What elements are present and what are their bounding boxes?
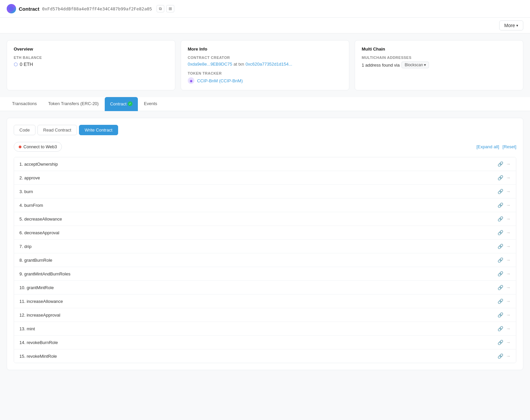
function-row[interactable]: 6. decreaseApproval 🔗 → — [14, 226, 516, 240]
arrow-right-icon[interactable]: → — [506, 202, 511, 208]
address-count-text: 1 address found via — [362, 63, 400, 68]
anchor-icon[interactable]: 🔗 — [498, 202, 503, 208]
tab-events-label: Events — [144, 101, 157, 106]
token-name-link[interactable]: CCIP-BnM (CCIP-BnM) — [197, 78, 243, 83]
content-area: Code Read Contract Write Contract Connec… — [0, 111, 530, 377]
anchor-icon[interactable]: 🔗 — [498, 216, 503, 222]
arrow-right-icon[interactable]: → — [506, 216, 511, 222]
arrow-right-icon[interactable]: → — [506, 257, 511, 263]
arrow-right-icon[interactable]: → — [506, 244, 511, 249]
function-name: 15. revokeMintRole — [19, 354, 57, 359]
function-row[interactable]: 2. approve 🔗 → — [14, 171, 516, 185]
anchor-icon[interactable]: 🔗 — [498, 326, 503, 331]
function-name: 14. revokeBurnRole — [19, 340, 58, 345]
function-row[interactable]: 12. increaseApproval 🔗 → — [14, 308, 516, 322]
tab-contract[interactable]: Contract ✓ — [105, 97, 138, 111]
anchor-icon[interactable]: 🔗 — [498, 353, 503, 359]
function-row[interactable]: 9. grantMintAndBurnRoles 🔗 → — [14, 267, 516, 281]
function-row[interactable]: 13. mint 🔗 → — [14, 322, 516, 336]
function-name: 11. increaseAllowance — [19, 299, 63, 304]
anchor-icon[interactable]: 🔗 — [498, 175, 503, 180]
sub-tab-code-label: Code — [19, 128, 30, 133]
header-icon-group: ⧉ ⊞ — [157, 5, 174, 12]
function-name: 7. drip — [19, 244, 31, 249]
function-name: 3. burn — [19, 189, 33, 194]
function-action-group: 🔗 → — [498, 353, 511, 359]
tab-transactions[interactable]: Transactions — [7, 97, 42, 111]
anchor-icon[interactable]: 🔗 — [498, 244, 503, 249]
function-action-group: 🔗 → — [498, 312, 511, 318]
function-row[interactable]: 3. burn 🔗 → — [14, 185, 516, 198]
function-row[interactable]: 10. grantMintRole 🔗 → — [14, 281, 516, 295]
eth-diamond-icon: ⬡ — [14, 62, 18, 67]
arrow-right-icon[interactable]: → — [506, 340, 511, 345]
reset-link[interactable]: [Reset] — [503, 144, 516, 149]
connect-web3-button[interactable]: Connect to Web3 — [14, 142, 62, 152]
arrow-right-icon[interactable]: → — [506, 285, 511, 290]
arrow-right-icon[interactable]: → — [506, 161, 511, 167]
function-row[interactable]: 7. drip 🔗 → — [14, 240, 516, 253]
anchor-icon[interactable]: 🔗 — [498, 271, 503, 276]
arrow-right-icon[interactable]: → — [506, 312, 511, 318]
arrow-right-icon[interactable]: → — [506, 189, 511, 194]
anchor-icon[interactable]: 🔗 — [498, 257, 503, 263]
sub-tab-code[interactable]: Code — [14, 125, 35, 135]
arrow-right-icon[interactable]: → — [506, 299, 511, 304]
txn-hash-link[interactable]: 0xc620a77352d1d154... — [246, 62, 292, 67]
anchor-icon[interactable]: 🔗 — [498, 340, 503, 345]
blockscan-label: Blockscan — [405, 63, 423, 67]
more-button[interactable]: More ▾ — [499, 20, 523, 30]
header: Contract 0xFd57b4ddBf88a4e07fF4e34C487b9… — [0, 0, 530, 18]
function-row[interactable]: 14. revokeBurnRole 🔗 → — [14, 336, 516, 349]
at-txn-text: at txn — [234, 62, 244, 67]
anchor-icon[interactable]: 🔗 — [498, 189, 503, 194]
anchor-icon[interactable]: 🔗 — [498, 299, 503, 304]
function-name: 13. mint — [19, 326, 35, 331]
function-row[interactable]: 15. revokeMintRole 🔗 → — [14, 349, 516, 363]
qr-code-button[interactable]: ⊞ — [166, 5, 174, 12]
token-tracker-label: TOKEN TRACKER — [188, 71, 342, 75]
tab-events[interactable]: Events — [139, 97, 163, 111]
function-action-group: 🔗 → — [498, 340, 511, 345]
arrow-right-icon[interactable]: → — [506, 271, 511, 276]
anchor-icon[interactable]: 🔗 — [498, 230, 503, 235]
function-name: 12. increaseApproval — [19, 313, 60, 318]
copy-address-button[interactable]: ⧉ — [157, 5, 164, 12]
creator-address-link[interactable]: 0xda9e8e...9EB9DC75 — [188, 62, 232, 67]
sub-tab-write-contract[interactable]: Write Contract — [79, 125, 118, 135]
function-action-group: 🔗 → — [498, 189, 511, 194]
sub-tab-read-contract[interactable]: Read Contract — [37, 125, 77, 135]
multichain-addr-row: 1 address found via Blockscan ▾ — [362, 62, 516, 68]
function-row[interactable]: 1. acceptOwnership 🔗 → — [14, 157, 516, 171]
arrow-right-icon[interactable]: → — [506, 230, 511, 235]
function-name: 6. decreaseApproval — [19, 230, 59, 235]
function-row[interactable]: 4. burnFrom 🔗 → — [14, 198, 516, 212]
arrow-right-icon[interactable]: → — [506, 353, 511, 359]
chevron-down-icon: ▾ — [516, 23, 518, 28]
function-row[interactable]: 5. decreaseAllowance 🔗 → — [14, 212, 516, 226]
function-action-group: 🔗 → — [498, 299, 511, 304]
function-action-group: 🔗 → — [498, 202, 511, 208]
tab-transactions-label: Transactions — [12, 101, 37, 106]
multi-chain-card: Multi Chain MULTICHAIN ADDRESSES 1 addre… — [355, 40, 523, 90]
expand-all-link[interactable]: [Expand all] — [476, 144, 499, 149]
arrow-right-icon[interactable]: → — [506, 326, 511, 331]
token-icon: ◉ — [188, 77, 194, 84]
arrow-right-icon[interactable]: → — [506, 175, 511, 180]
anchor-icon[interactable]: 🔗 — [498, 312, 503, 318]
anchor-icon[interactable]: 🔗 — [498, 161, 503, 167]
function-action-group: 🔗 → — [498, 257, 511, 263]
overview-card: Overview ETH BALANCE ⬡ 0 ETH — [7, 40, 175, 90]
connection-status-dot — [19, 146, 21, 148]
function-row[interactable]: 11. increaseAllowance 🔗 → — [14, 295, 516, 308]
tab-token-transfers-label: Token Transfers (ERC-20) — [48, 101, 99, 106]
function-action-group: 🔗 → — [498, 244, 511, 249]
anchor-icon[interactable]: 🔗 — [498, 285, 503, 290]
contract-creator-label: CONTRACT CREATOR — [188, 56, 342, 60]
contract-box: Code Read Contract Write Contract Connec… — [7, 118, 523, 370]
function-row[interactable]: 8. grantBurnRole 🔗 → — [14, 253, 516, 267]
tab-token-transfers[interactable]: Token Transfers (ERC-20) — [43, 97, 104, 111]
more-info-card: More Info CONTRACT CREATOR 0xda9e8e...9E… — [181, 40, 349, 90]
blockscan-dropdown[interactable]: Blockscan ▾ — [402, 62, 429, 68]
connect-btn-label: Connect to Web3 — [23, 144, 57, 149]
